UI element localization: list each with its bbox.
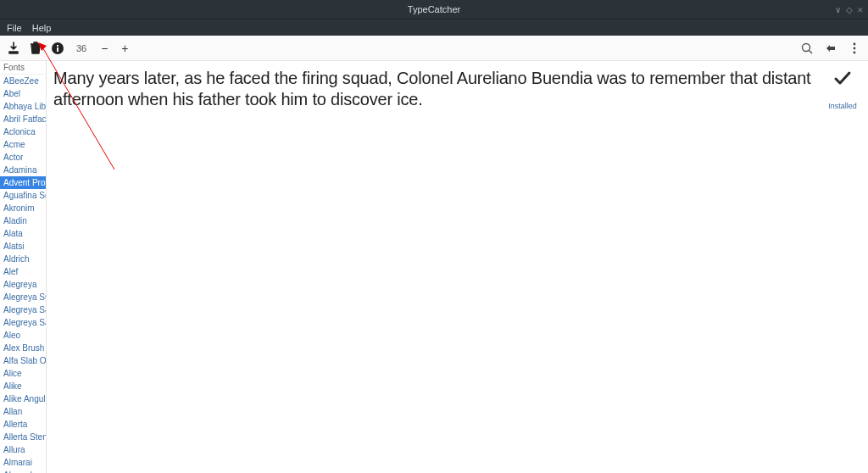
font-sidebar: Fonts ABeeZeeAbelAbhaya LibreAbril Fatfa… bbox=[0, 61, 47, 473]
svg-rect-1 bbox=[57, 47, 58, 52]
svg-point-7 bbox=[854, 51, 856, 53]
font-item[interactable]: ABeeZee bbox=[0, 75, 46, 87]
trash-icon[interactable] bbox=[29, 42, 42, 55]
more-icon[interactable] bbox=[848, 42, 861, 55]
reset-icon[interactable] bbox=[824, 42, 837, 55]
menu-help[interactable]: Help bbox=[32, 23, 52, 33]
font-item[interactable]: Alegreya Sans SC bbox=[0, 316, 46, 329]
font-item[interactable]: Allan bbox=[0, 405, 46, 418]
svg-point-6 bbox=[854, 47, 856, 49]
svg-rect-2 bbox=[57, 45, 58, 47]
font-item[interactable]: Abhaya Libre bbox=[0, 100, 46, 113]
minimize-icon[interactable]: ∨ bbox=[835, 5, 841, 14]
font-item[interactable]: Alegreya Sans bbox=[0, 303, 46, 316]
preview-text: Many years later, as he faced the firing… bbox=[53, 68, 817, 110]
font-item[interactable]: Actor bbox=[0, 151, 46, 164]
font-item[interactable]: Adamina bbox=[0, 164, 46, 176]
install-status-label: Installed bbox=[824, 102, 861, 110]
font-item[interactable]: Aclonica bbox=[0, 125, 46, 138]
window-title: TypeCatcher bbox=[408, 4, 460, 14]
font-item[interactable]: Alex Brush bbox=[0, 342, 46, 354]
font-item[interactable]: Aguafina Script bbox=[0, 189, 46, 202]
menubar: File Help bbox=[0, 19, 868, 36]
font-item[interactable]: Acme bbox=[0, 138, 46, 151]
font-item[interactable]: Aleo bbox=[0, 329, 46, 342]
font-item[interactable]: Alegreya bbox=[0, 278, 46, 291]
font-item[interactable]: Alice bbox=[0, 367, 46, 380]
font-item[interactable]: Allura bbox=[0, 443, 46, 456]
font-item[interactable]: Alef bbox=[0, 265, 46, 278]
download-icon[interactable] bbox=[7, 42, 20, 55]
font-list[interactable]: ABeeZeeAbelAbhaya LibreAbril FatfaceAclo… bbox=[0, 75, 46, 473]
toolbar: 36 − + bbox=[0, 36, 868, 61]
increase-size-button[interactable]: + bbox=[119, 42, 131, 55]
content-area: Fonts ABeeZeeAbelAbhaya LibreAbril Fatfa… bbox=[0, 61, 868, 473]
info-icon[interactable] bbox=[51, 42, 64, 55]
sidebar-header: Fonts bbox=[0, 61, 46, 75]
search-icon[interactable] bbox=[800, 42, 814, 55]
decrease-size-button[interactable]: − bbox=[98, 42, 110, 55]
font-item[interactable]: Aladin bbox=[0, 214, 46, 227]
close-icon[interactable]: ⨉ bbox=[858, 4, 863, 14]
preview-area: Many years later, as he faced the firing… bbox=[47, 61, 868, 473]
menu-file[interactable]: File bbox=[7, 23, 22, 33]
font-item[interactable]: Aldrich bbox=[0, 253, 46, 265]
font-size-display: 36 bbox=[73, 43, 90, 53]
font-item[interactable]: Almendra bbox=[0, 469, 46, 473]
font-item[interactable]: Abril Fatface bbox=[0, 113, 46, 125]
window-controls: ∨ ◇ ⨉ bbox=[835, 4, 863, 14]
svg-point-3 bbox=[803, 43, 810, 51]
font-item[interactable]: Akronim bbox=[0, 202, 46, 214]
titlebar: TypeCatcher ∨ ◇ ⨉ bbox=[0, 0, 868, 19]
check-icon bbox=[824, 68, 861, 92]
install-status: Installed bbox=[824, 68, 861, 110]
font-item[interactable]: Almarai bbox=[0, 456, 46, 469]
font-item[interactable]: Allerta bbox=[0, 418, 46, 431]
font-item[interactable]: Alike bbox=[0, 380, 46, 392]
font-item[interactable]: Alatsi bbox=[0, 240, 46, 253]
svg-line-4 bbox=[810, 50, 813, 53]
font-item[interactable]: Allerta Stencil bbox=[0, 431, 46, 443]
font-item[interactable]: Alike Angular bbox=[0, 392, 46, 405]
font-item[interactable]: Alegreya SC bbox=[0, 291, 46, 303]
font-item[interactable]: Advent Pro bbox=[0, 176, 46, 189]
font-item[interactable]: Abel bbox=[0, 87, 46, 100]
font-item[interactable]: Alfa Slab One bbox=[0, 354, 46, 367]
font-item[interactable]: Alata bbox=[0, 227, 46, 240]
svg-point-5 bbox=[854, 42, 856, 45]
maximize-icon[interactable]: ◇ bbox=[846, 5, 853, 14]
